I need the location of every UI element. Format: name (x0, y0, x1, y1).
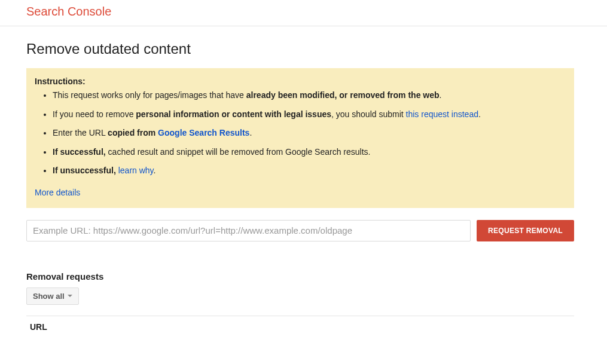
instr5-bold: If unsuccessful, (53, 166, 118, 175)
chevron-down-icon (68, 295, 72, 297)
instr1-bold: already been modified, or removed from t… (246, 90, 440, 100)
instructions-box: Instructions: This request works only fo… (26, 68, 574, 208)
learn-why-link[interactable]: learn why (118, 166, 154, 175)
instr5-text-b: . (154, 166, 156, 175)
requests-table: URL (26, 316, 574, 332)
instructions-list: This request works only for pages/images… (35, 90, 566, 177)
instruction-item-2: If you need to remove personal informati… (53, 109, 566, 121)
logo-text[interactable]: Search Console (26, 5, 111, 18)
instr2-bold: personal information or content with leg… (136, 109, 331, 119)
table-header-url: URL (26, 316, 574, 332)
instr2-text-c: , you should submit (331, 109, 406, 119)
instr2-text-a: If you need to remove (53, 109, 136, 119)
instr2-text-d: . (478, 109, 481, 119)
page-title: Remove outdated content (26, 41, 581, 57)
show-all-filter-button[interactable]: Show all (26, 287, 79, 305)
main-content: Remove outdated content Instructions: Th… (0, 26, 607, 346)
instruction-item-5: If unsuccessful, learn why. (53, 165, 566, 177)
this-request-link[interactable]: this request instead (406, 109, 478, 119)
removal-requests-title: Removal requests (26, 271, 581, 282)
instructions-title: Instructions: (35, 77, 566, 86)
instr3-bold-b: copied from (108, 128, 158, 137)
instruction-item-3: Enter the URL copied from Google Search … (53, 127, 566, 139)
instr3-text-a: Enter the URL (53, 128, 108, 137)
instr1-text-a: This request works only for pages/images… (53, 90, 246, 100)
more-details-link[interactable]: More details (35, 188, 80, 197)
instr1-text-c: . (440, 90, 442, 100)
instr4-bold: If successful, (53, 147, 106, 157)
show-all-label: Show all (33, 292, 65, 301)
url-input[interactable] (26, 220, 471, 241)
instruction-item-4: If successful, cached result and snippet… (53, 146, 566, 158)
instruction-item-1: This request works only for pages/images… (53, 90, 566, 102)
header: Search Console (0, 0, 607, 26)
instr4-text-b: cached result and snippet will be remove… (106, 147, 371, 157)
instr3-text-c: . (249, 128, 252, 137)
google-search-results-link[interactable]: Google Search Results (158, 128, 249, 137)
url-input-row: REQUEST REMOVAL (26, 220, 574, 241)
request-removal-button[interactable]: REQUEST REMOVAL (477, 220, 574, 241)
